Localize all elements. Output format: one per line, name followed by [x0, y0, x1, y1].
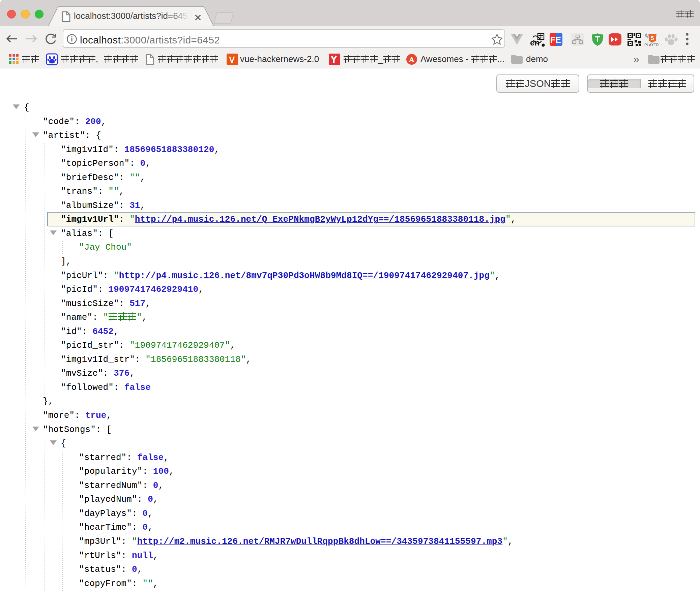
svg-text:5: 5 [651, 35, 654, 41]
svg-text:FE: FE [550, 35, 561, 44]
svg-text:V: V [229, 55, 235, 65]
svg-text:PLAYER: PLAYER [644, 43, 659, 47]
svg-text:A: A [409, 55, 415, 64]
